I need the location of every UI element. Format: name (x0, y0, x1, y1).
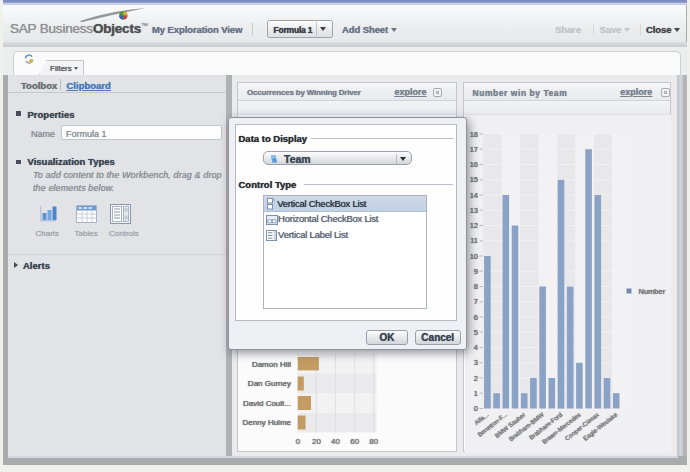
svg-text:5: 5 (473, 327, 477, 336)
svg-text:16: 16 (469, 160, 477, 169)
svg-text:9: 9 (473, 266, 477, 275)
svg-text:17: 17 (469, 144, 477, 153)
svg-text:Denny Hulme: Denny Hulme (243, 418, 292, 427)
svg-text:12: 12 (469, 221, 477, 230)
svg-text:8: 8 (473, 282, 477, 291)
svg-text:Number: Number (638, 286, 665, 295)
svg-text:2: 2 (473, 373, 477, 382)
svg-text:11: 11 (470, 236, 478, 245)
svg-text:40: 40 (331, 437, 340, 446)
svg-text:0: 0 (473, 404, 477, 413)
svg-text:10: 10 (469, 251, 477, 260)
svg-text:18: 18 (469, 129, 477, 138)
svg-text:David Coult...: David Coult... (243, 399, 291, 408)
svg-text:14: 14 (469, 190, 477, 199)
svg-text:1: 1 (473, 388, 477, 397)
svg-text:20: 20 (312, 437, 321, 446)
svg-text:60: 60 (350, 437, 359, 446)
svg-text:13: 13 (469, 205, 477, 214)
svg-text:6: 6 (473, 312, 477, 321)
svg-text:4: 4 (473, 343, 477, 352)
svg-text:0: 0 (296, 437, 301, 446)
svg-text:3: 3 (473, 358, 477, 367)
svg-text:Damon Hill: Damon Hill (252, 360, 291, 369)
svg-text:Dan Gurney: Dan Gurney (248, 379, 291, 388)
svg-text:7: 7 (473, 297, 477, 306)
svg-text:15: 15 (469, 175, 477, 184)
svg-text:80: 80 (369, 437, 378, 446)
